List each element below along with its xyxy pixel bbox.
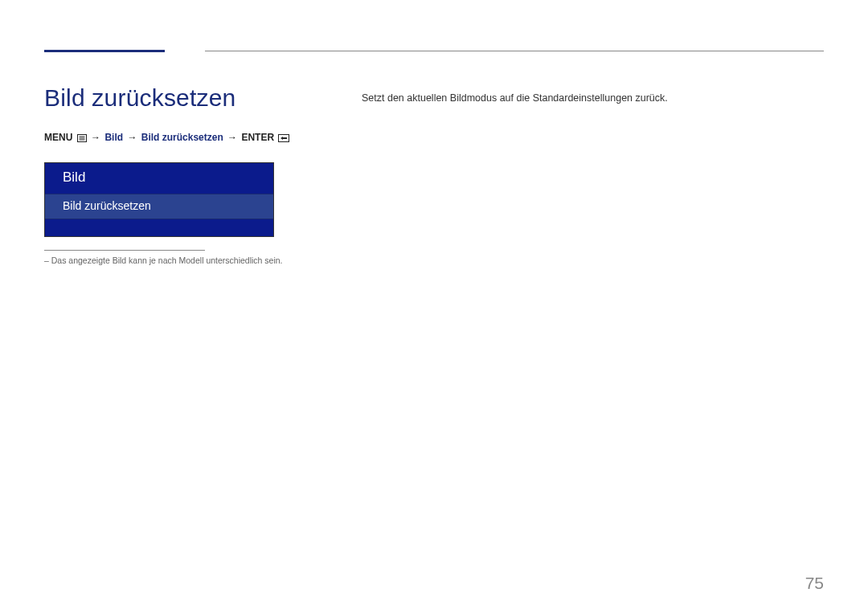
- menu-preview-box: Bild Bild zurücksetzen: [44, 162, 274, 237]
- breadcrumb-menu-label: MENU: [44, 132, 72, 143]
- breadcrumb-enter-label: ENTER: [241, 132, 274, 143]
- menu-preview-header: Bild: [45, 163, 273, 194]
- menu-preview-footer: [45, 219, 273, 236]
- page-title: Bild zurücksetzen: [44, 84, 317, 112]
- svg-rect-5: [283, 137, 287, 139]
- description-text: Setzt den aktuellen Bildmodus auf die St…: [362, 91, 824, 106]
- breadcrumb: MENU → Bild → Bild zurücksetzen → ENTER: [44, 132, 317, 145]
- header-accent-rule: [44, 50, 165, 52]
- menu-preview-item: Bild zurücksetzen: [45, 194, 273, 219]
- breadcrumb-step-1: Bild: [104, 132, 123, 143]
- footnote-divider: [44, 250, 205, 251]
- arrow-icon: →: [125, 132, 138, 143]
- arrow-icon: →: [226, 132, 239, 143]
- enter-icon: [278, 133, 289, 145]
- arrow-icon: →: [89, 132, 102, 143]
- footnote-text: – Das angezeigte Bild kann je nach Model…: [44, 255, 317, 265]
- header-divider-rule: [205, 51, 824, 51]
- breadcrumb-step-2: Bild zurücksetzen: [141, 132, 223, 143]
- page-number: 75: [805, 574, 824, 593]
- menu-icon: [77, 133, 87, 145]
